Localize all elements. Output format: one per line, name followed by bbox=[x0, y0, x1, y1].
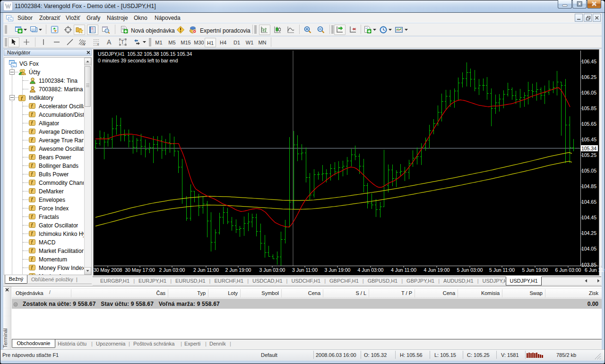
svg-text:3 Jun 11:00: 3 Jun 11:00 bbox=[292, 267, 318, 273]
svg-text:3 Jun 19:00: 3 Jun 19:00 bbox=[325, 267, 351, 273]
svg-text:3 Jun 03:00: 3 Jun 03:00 bbox=[259, 267, 285, 273]
svg-text:2 Jun 19:00: 2 Jun 19:00 bbox=[225, 267, 251, 273]
svg-text:104.85: 104.85 bbox=[581, 183, 596, 189]
svg-text:4 Jun 19:00: 4 Jun 19:00 bbox=[424, 267, 450, 273]
svg-text:4 Jun 11:00: 4 Jun 11:00 bbox=[391, 267, 416, 273]
svg-text:6 Jun 03:00: 6 Jun 03:00 bbox=[555, 267, 581, 273]
svg-text:2 Jun 11:00: 2 Jun 11:00 bbox=[193, 267, 219, 273]
svg-text:104.65: 104.65 bbox=[581, 199, 596, 205]
svg-text:5 Jun 11:00: 5 Jun 11:00 bbox=[489, 267, 515, 273]
svg-text:5 Jun 03:00: 5 Jun 03:00 bbox=[457, 267, 483, 273]
svg-text:104.05: 104.05 bbox=[581, 246, 596, 251]
svg-text:30 May 17:00: 30 May 17:00 bbox=[125, 267, 155, 273]
svg-text:106.45: 106.45 bbox=[581, 59, 596, 64]
svg-text:105.85: 105.85 bbox=[581, 105, 596, 111]
svg-text:105.65: 105.65 bbox=[581, 121, 596, 127]
svg-text:104.45: 104.45 bbox=[581, 215, 596, 220]
svg-text:105.25: 105.25 bbox=[581, 152, 596, 158]
svg-text:106.05: 106.05 bbox=[581, 90, 596, 95]
svg-text:4 Jun 03:00: 4 Jun 03:00 bbox=[358, 267, 384, 273]
svg-text:106.25: 106.25 bbox=[581, 74, 596, 80]
svg-text:0 minutes 39 seconds left to b: 0 minutes 39 seconds left to bar end bbox=[98, 58, 178, 63]
svg-text:30 May 2008: 30 May 2008 bbox=[94, 267, 122, 273]
svg-text:104.25: 104.25 bbox=[581, 230, 596, 236]
svg-text:105.34: 105.34 bbox=[581, 146, 596, 151]
svg-text:2 Jun 03:00: 2 Jun 03:00 bbox=[159, 267, 185, 273]
svg-text:6 Jun 11:00: 6 Jun 11:00 bbox=[585, 267, 605, 273]
svg-text:5 Jun 19:00: 5 Jun 19:00 bbox=[522, 267, 548, 273]
svg-text:105.45: 105.45 bbox=[581, 137, 596, 142]
svg-text:USDJPY,H1 105.32 105.38 105.1: USDJPY,H1 105.32 105.38 105.15 105.34 bbox=[98, 51, 192, 57]
svg-text:105.05: 105.05 bbox=[581, 168, 596, 173]
